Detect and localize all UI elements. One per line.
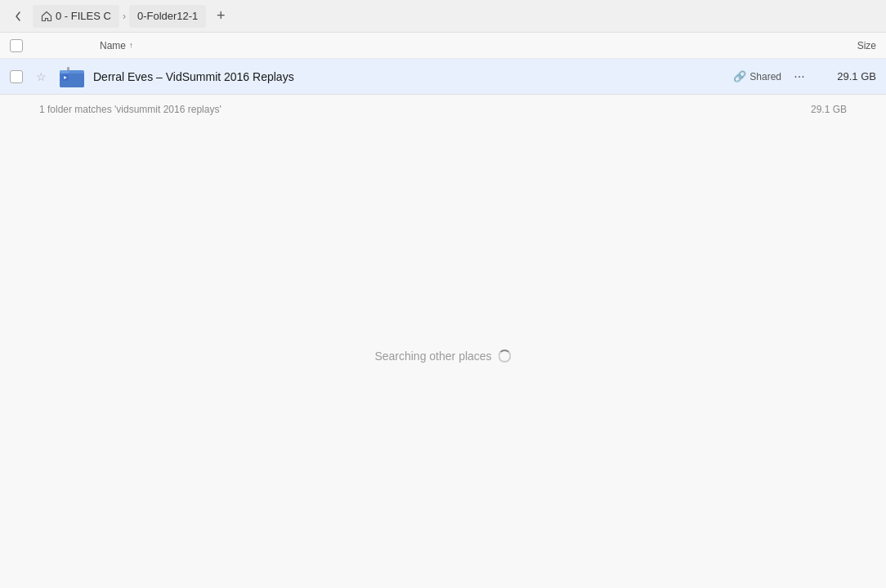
- row-checkbox-col[interactable]: [10, 70, 29, 83]
- row-checkbox[interactable]: [10, 70, 23, 83]
- name-column-header[interactable]: Name ↑: [100, 40, 811, 51]
- breadcrumb-item-folder[interactable]: 0-Folder12-1: [129, 5, 206, 28]
- nav-back-button[interactable]: [7, 5, 29, 28]
- add-tab-icon: +: [217, 7, 226, 24]
- column-headers: Name ↑ Size: [0, 33, 886, 59]
- search-info-text: 1 folder matches 'vidsummit 2016 replays…: [39, 104, 222, 115]
- top-bar: 0 - FILES C › 0-Folder12-1 +: [0, 0, 886, 33]
- searching-indicator: Searching other places: [374, 350, 511, 363]
- svg-rect-2: [67, 67, 69, 71]
- select-all-checkbox-col[interactable]: [10, 39, 29, 52]
- name-column-label: Name: [100, 40, 126, 51]
- size-column-header: Size: [811, 40, 876, 51]
- searching-label: Searching other places: [374, 350, 491, 363]
- file-icon-col: [57, 65, 87, 88]
- file-row[interactable]: ☆ Derral Eves – VidSummit 2016 Replays 🔗…: [0, 59, 886, 95]
- search-info-row: 1 folder matches 'vidsummit 2016 replays…: [0, 95, 886, 124]
- more-icon: ···: [794, 69, 804, 84]
- main-content: Searching other places: [0, 124, 886, 588]
- breadcrumb-label-files: 0 - FILES C: [56, 10, 111, 22]
- star-icon[interactable]: ☆: [36, 70, 47, 83]
- home-icon: [41, 11, 52, 22]
- breadcrumb: 0 - FILES C › 0-Folder12-1: [33, 5, 206, 28]
- loading-spinner: [499, 350, 512, 363]
- chain-icon: 🔗: [733, 70, 746, 82]
- file-size: 29.1 GB: [811, 70, 876, 82]
- shared-badge[interactable]: 🔗 Shared: [727, 68, 788, 85]
- shared-label: Shared: [750, 71, 781, 82]
- file-name: Derral Eves – VidSummit 2016 Replays: [93, 70, 727, 83]
- select-all-checkbox[interactable]: [10, 39, 23, 52]
- breadcrumb-label-folder: 0-Folder12-1: [137, 10, 198, 22]
- folder-icon: [59, 65, 85, 88]
- star-col[interactable]: ☆: [36, 70, 52, 83]
- breadcrumb-item-files[interactable]: 0 - FILES C: [33, 5, 119, 28]
- more-options-button[interactable]: ···: [788, 65, 811, 88]
- sort-arrow-icon: ↑: [129, 41, 133, 50]
- back-icon: [12, 11, 24, 22]
- add-tab-button[interactable]: +: [209, 5, 232, 28]
- breadcrumb-separator: ›: [121, 11, 128, 22]
- search-info-size: 29.1 GB: [811, 104, 847, 115]
